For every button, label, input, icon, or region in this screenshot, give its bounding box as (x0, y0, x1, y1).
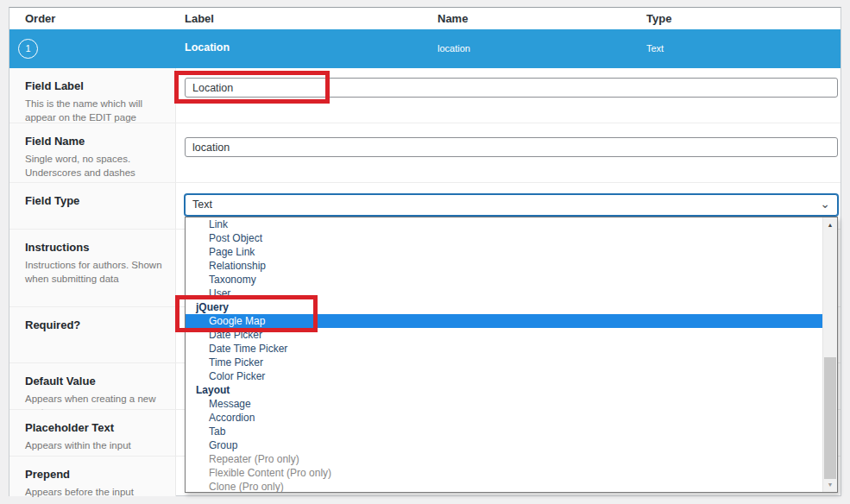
optgroup-layout: Layout (186, 383, 822, 397)
field-name-cell: Field Name Single word, no spaces. Under… (9, 123, 176, 182)
prepend-title: Prepend (25, 468, 170, 481)
field-label-description: This is the name which will appear on th… (25, 97, 170, 124)
chevron-down-icon: ⌄ (820, 194, 830, 214)
option-tab[interactable]: Tab (186, 425, 822, 438)
field-type-select[interactable]: Text ⌄ (185, 194, 838, 216)
placeholder-title: Placeholder Text (25, 421, 170, 434)
option-date-time-picker[interactable]: Date Time Picker (186, 342, 822, 356)
option-clone-pro: Clone (Pro only) (186, 480, 822, 492)
option-date-picker[interactable]: Date Picker (186, 328, 822, 342)
field-name-title: Field Name (25, 135, 170, 148)
required-cell: Required? (9, 307, 176, 362)
option-color-picker[interactable]: Color Picker (186, 369, 822, 383)
placeholder-cell: Placeholder Text Appears within the inpu… (9, 410, 176, 456)
scrollbar-thumb[interactable] (824, 357, 836, 479)
option-page-link[interactable]: Page Link (186, 245, 822, 259)
field-label-title: Field Label (25, 79, 170, 92)
field-type-options-list: Link Post Object Page Link Relationship … (186, 217, 822, 492)
scroll-down-icon[interactable]: ▼ (823, 477, 837, 492)
field-type-cell: Field Type (9, 183, 176, 229)
scroll-up-icon[interactable]: ▲ (823, 217, 837, 232)
field-type-dropdown: Link Post Object Page Link Relationship … (185, 217, 838, 493)
placeholder-description: Appears within the input (25, 438, 170, 452)
field-row-location[interactable]: 1 Location location Text (9, 29, 841, 68)
option-accordion[interactable]: Accordion (186, 411, 822, 425)
field-row-type: Text (646, 43, 664, 54)
column-header-order: Order (25, 12, 55, 25)
option-post-object[interactable]: Post Object (186, 231, 822, 245)
required-title: Required? (25, 318, 170, 331)
instructions-title: Instructions (25, 241, 170, 254)
default-value-title: Default Value (25, 375, 170, 387)
column-header-label: Label (185, 12, 214, 25)
option-google-map[interactable]: Google Map (186, 314, 822, 328)
option-repeater-pro: Repeater (Pro only) (186, 452, 822, 466)
instructions-description: Instructions for authors. Shown when sub… (25, 258, 170, 286)
option-group[interactable]: Group (186, 438, 822, 452)
option-taxonomy[interactable]: Taxonomy (186, 273, 822, 287)
field-type-title: Field Type (25, 194, 170, 207)
default-value-cell: Default Value Appears when creating a ne… (9, 363, 176, 409)
option-user[interactable]: User (186, 287, 822, 300)
instructions-cell: Instructions Instructions for authors. S… (9, 230, 176, 306)
column-header-type: Type (646, 12, 671, 25)
option-relationship[interactable]: Relationship (186, 259, 822, 273)
field-label-input[interactable] (185, 78, 838, 98)
option-time-picker[interactable]: Time Picker (186, 356, 822, 369)
column-header-name: Name (438, 12, 468, 25)
field-type-selected-value: Text (192, 198, 212, 211)
option-message[interactable]: Message (186, 397, 822, 411)
prepend-description: Appears before the input (25, 485, 170, 499)
option-link[interactable]: Link (186, 217, 822, 231)
field-editor-panel: Order Label Name Type 1 Location locatio… (9, 7, 841, 496)
optgroup-jquery: jQuery (186, 300, 822, 314)
field-name-input[interactable] (185, 137, 838, 157)
field-label-cell: Field Label This is the name which will … (9, 68, 176, 123)
option-flexible-content-pro: Flexible Content (Pro only) (186, 466, 822, 480)
field-row-name: location (438, 43, 470, 54)
dropdown-scrollbar[interactable]: ▲ ▼ (822, 217, 837, 492)
prepend-cell: Prepend Appears before the input (9, 457, 176, 496)
field-order-badge: 1 (18, 39, 38, 59)
field-row-label: Location (185, 41, 230, 54)
